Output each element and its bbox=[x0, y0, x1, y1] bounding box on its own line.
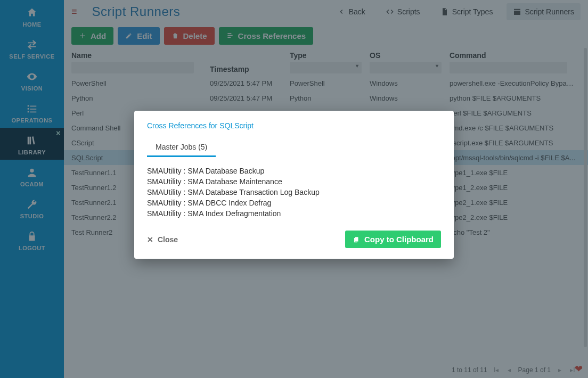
cross-references-dialog: Cross References for SQLScript Master Jo… bbox=[134, 111, 454, 259]
reference-list: SMAUtility : SMA Database BackupSMAUtili… bbox=[147, 162, 441, 226]
reference-item: SMAUtility : SMA Database Transaction Lo… bbox=[147, 187, 441, 198]
close-icon: ✕ bbox=[147, 235, 153, 244]
dialog-tab-master-jobs[interactable]: Master Jobs (5) bbox=[147, 137, 216, 157]
copy-to-clipboard-button[interactable]: Copy to Clipboard bbox=[345, 231, 441, 248]
modal-overlay[interactable]: Cross References for SQLScript Master Jo… bbox=[0, 0, 588, 378]
reference-item: SMAUtility : SMA Database Backup bbox=[147, 166, 441, 176]
close-button[interactable]: ✕ Close bbox=[147, 235, 178, 244]
button-label: Copy to Clipboard bbox=[364, 235, 434, 244]
reference-item: SMAUtility : SMA Database Maintenance bbox=[147, 176, 441, 187]
button-label: Close bbox=[158, 235, 178, 244]
reference-item: SMAUtility : SMA DBCC Index Defrag bbox=[147, 198, 441, 208]
dialog-title: Cross References for SQLScript bbox=[147, 121, 441, 130]
reference-item: SMAUtility : SMA Index Defragmentation bbox=[147, 208, 441, 219]
